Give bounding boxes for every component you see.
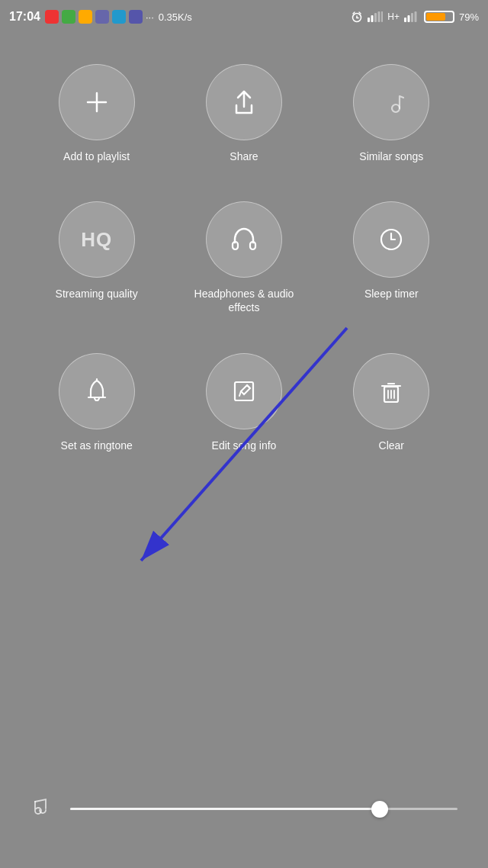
streaming-quality-button[interactable]: HQ [59, 201, 135, 278]
network-type: H+ [387, 11, 400, 22]
sleep-timer-label: Sleep timer [364, 287, 419, 301]
svg-rect-4 [112, 10, 126, 24]
svg-rect-17 [407, 15, 409, 22]
grid-row-1: Add to playlist Share Similar songs [23, 64, 465, 163]
battery-bar [424, 11, 454, 23]
trash-icon [374, 375, 408, 408]
svg-rect-27 [235, 382, 253, 400]
status-right: H+ 79% [351, 11, 479, 23]
battery-percent: 79% [459, 11, 479, 23]
set-ringtone-item[interactable]: Set as ringtone [36, 353, 158, 452]
headphones-label: Headphones & audio effects [183, 287, 305, 314]
status-app-icons: ··· [45, 10, 154, 24]
signal-icon-2 [404, 11, 419, 22]
svg-rect-19 [414, 11, 416, 22]
plus-icon [80, 85, 114, 119]
bell-icon [80, 375, 114, 408]
bottom-slider [0, 796, 488, 822]
svg-rect-5 [129, 10, 143, 24]
svg-rect-14 [378, 11, 380, 22]
sleep-timer-button[interactable] [353, 201, 429, 278]
ellipsis: ··· [146, 11, 154, 23]
svg-rect-1 [62, 10, 75, 24]
grid-row-3: Set as ringtone Edit song info [23, 353, 465, 452]
app-icon-3 [79, 10, 92, 24]
add-playlist-button[interactable] [59, 64, 135, 140]
music-note-icon [30, 796, 55, 822]
signal-icon [368, 11, 383, 22]
svg-rect-18 [411, 13, 413, 22]
add-playlist-item[interactable]: Add to playlist [36, 64, 158, 163]
clock-icon [374, 223, 408, 256]
set-ringtone-button[interactable] [59, 353, 135, 429]
clear-button[interactable] [353, 353, 429, 429]
hq-icon: HQ [81, 228, 112, 252]
status-bar: 17:04 ··· 0.35K/s H+ [0, 0, 488, 34]
svg-rect-15 [381, 11, 383, 22]
app-icon-6 [129, 10, 143, 24]
svg-rect-3 [95, 10, 109, 24]
share-label: Share [230, 149, 258, 163]
progress-fill [70, 808, 380, 810]
headphones-item[interactable]: Headphones & audio effects [183, 201, 305, 314]
headphones-button[interactable] [206, 201, 282, 278]
streaming-quality-item[interactable]: HQ Streaming quality [36, 201, 158, 314]
progress-track[interactable] [70, 808, 458, 810]
edit-song-info-button[interactable] [206, 353, 282, 429]
share-button[interactable] [206, 64, 282, 140]
network-speed: 0.35K/s [159, 11, 192, 23]
status-time: 17:04 [9, 10, 40, 24]
svg-rect-0 [45, 10, 59, 24]
edit-icon [227, 375, 261, 408]
similar-songs-item[interactable]: Similar songs [330, 64, 452, 163]
svg-rect-11 [368, 18, 370, 22]
app-icon-5 [112, 10, 126, 24]
progress-thumb[interactable] [371, 801, 388, 818]
svg-line-28 [247, 385, 250, 388]
headphones-icon [227, 223, 261, 256]
set-ringtone-label: Set as ringtone [61, 439, 133, 452]
add-playlist-label: Add to playlist [63, 149, 130, 163]
clear-label: Clear [379, 439, 404, 452]
share-icon [227, 85, 261, 119]
status-left: 17:04 ··· 0.35K/s [9, 10, 192, 24]
streaming-quality-label: Streaming quality [56, 287, 138, 301]
svg-point-22 [392, 104, 400, 112]
similar-songs-button[interactable] [353, 64, 429, 140]
edit-song-info-item[interactable]: Edit song info [183, 353, 305, 452]
similar-songs-label: Similar songs [359, 149, 423, 163]
svg-line-29 [239, 391, 241, 396]
svg-rect-16 [404, 18, 406, 22]
battery-fill [426, 13, 446, 21]
app-icon-1 [45, 10, 59, 24]
clear-item[interactable]: Clear [330, 353, 452, 452]
app-icon-2 [62, 10, 75, 24]
main-content: Add to playlist Share Similar songs [0, 34, 488, 452]
grid-row-2: HQ Streaming quality Headphones & audio … [23, 201, 465, 314]
svg-rect-2 [79, 10, 92, 24]
app-icon-4 [95, 10, 109, 24]
svg-rect-12 [371, 15, 374, 22]
music-note-icon [374, 85, 408, 119]
sleep-timer-item[interactable]: Sleep timer [330, 201, 452, 314]
share-item[interactable]: Share [183, 64, 305, 163]
edit-song-info-label: Edit song info [212, 439, 277, 452]
alarm-icon [351, 11, 363, 23]
svg-rect-13 [374, 13, 377, 22]
